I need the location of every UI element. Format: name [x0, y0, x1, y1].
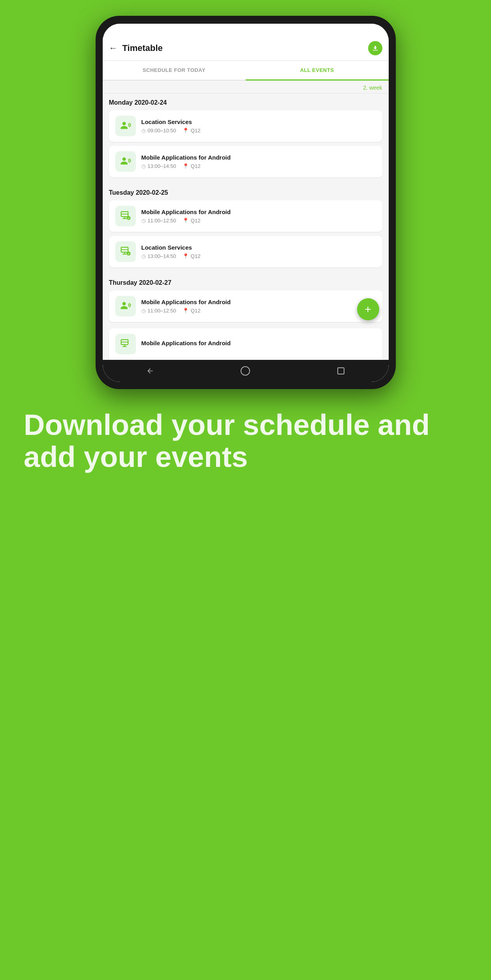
day-tuesday: Tuesday 2020-02-25 ✓ [103, 184, 389, 274]
event-title: Mobile Applications for Android [141, 209, 376, 215]
main-content: 2. week Monday 2020-02-24 [103, 81, 389, 360]
event-icon-board-partial [115, 334, 136, 354]
status-bar [103, 24, 389, 36]
home-circle-icon [241, 366, 250, 376]
event-location: 📍 Q12 [182, 253, 201, 259]
event-info: Mobile Applications for Android ◷ 11:00–… [141, 299, 376, 314]
event-icon-person-speak [115, 151, 136, 172]
event-meta: ◷ 13:00–14:50 📍 Q12 [141, 163, 376, 169]
event-card[interactable]: Mobile Applications for Android ◷ 13:00–… [109, 146, 382, 177]
event-meta: ◷ 11:00–12:50 📍 Q12 [141, 218, 376, 224]
pin-icon: 📍 [182, 253, 189, 259]
event-location: 📍 Q12 [182, 308, 201, 314]
svg-point-14 [122, 302, 126, 305]
day-monday: Monday 2020-02-24 Location [103, 94, 389, 184]
svg-point-0 [122, 122, 126, 125]
event-icon-person-speak [115, 296, 136, 316]
event-icon-board: ✓ [115, 241, 136, 262]
tabs-bar: SCHEDULE FOR TODAY ALL EVENTS [103, 61, 389, 81]
phone-wrapper: ← Timetable SCHEDULE FOR TODAY ALL EVENT… [96, 16, 396, 389]
event-location: 📍 Q12 [182, 163, 201, 169]
day-monday-header: Monday 2020-02-24 [109, 99, 382, 106]
nav-bar [103, 360, 389, 382]
event-time: ◷ 11:00–12:50 [141, 308, 176, 314]
event-meta: ◷ 11:00–12:50 📍 Q12 [141, 308, 376, 314]
event-time: ◷ 13:00–14:50 [141, 163, 176, 169]
event-card[interactable]: ✓ Mobile Applications for Android ◷ 11:0… [109, 200, 382, 232]
event-meta: ◷ 13:00–14:50 📍 Q12 [141, 253, 376, 259]
partial-event-info: Mobile Applications for Android [141, 340, 376, 349]
event-title: Mobile Applications for Android [141, 299, 376, 305]
event-time: ◷ 09:00–10:50 [141, 128, 176, 134]
week-indicator: 2. week [103, 81, 389, 94]
svg-text:✓: ✓ [127, 252, 130, 256]
clock-icon: ◷ [141, 163, 146, 169]
recents-square-icon [337, 367, 344, 374]
day-thursday-header: Thursday 2020-02-27 [109, 279, 382, 286]
pin-icon: 📍 [182, 308, 189, 314]
app-title: Timetable [122, 43, 368, 53]
event-icon-person-speak [115, 116, 136, 136]
download-button[interactable] [368, 41, 382, 55]
event-location: 📍 Q12 [182, 218, 201, 224]
pin-icon: 📍 [182, 163, 189, 169]
pin-icon: 📍 [182, 218, 189, 224]
nav-back-button[interactable] [142, 363, 158, 379]
pin-icon: 📍 [182, 128, 189, 134]
nav-home-button[interactable] [237, 363, 253, 379]
event-location: 📍 Q12 [182, 128, 201, 134]
phone-outer: ← Timetable SCHEDULE FOR TODAY ALL EVENT… [96, 16, 396, 389]
event-time: ◷ 11:00–12:50 [141, 218, 176, 224]
event-icon-board: ✓ [115, 206, 136, 226]
event-info: Mobile Applications for Android ◷ 11:00–… [141, 209, 376, 224]
promo-section: Download your schedule and add your even… [0, 389, 491, 497]
app-bar: ← Timetable [103, 36, 389, 61]
event-info: Mobile Applications for Android ◷ 13:00–… [141, 154, 376, 169]
event-card[interactable]: Location Services ◷ 09:00–10:50 📍 Q12 [109, 110, 382, 142]
back-button[interactable]: ← [109, 43, 118, 53]
event-title: Location Services [141, 244, 376, 251]
tab-schedule-today[interactable]: SCHEDULE FOR TODAY [103, 61, 246, 80]
partial-event-card[interactable]: Mobile Applications for Android [109, 328, 382, 360]
svg-text:✓: ✓ [127, 217, 130, 220]
event-meta: ◷ 09:00–10:50 📍 Q12 [141, 128, 376, 134]
tab-all-events[interactable]: ALL EVENTS [246, 61, 389, 81]
phone-screen: ← Timetable SCHEDULE FOR TODAY ALL EVENT… [103, 24, 389, 382]
clock-icon: ◷ [141, 128, 146, 134]
download-icon [372, 45, 379, 52]
event-info: Location Services ◷ 13:00–14:50 📍 Q12 [141, 244, 376, 259]
event-card[interactable]: ✓ Location Services ◷ 13:00–14:50 [109, 236, 382, 267]
partial-event-title: Mobile Applications for Android [141, 340, 376, 346]
event-info: Location Services ◷ 09:00–10:50 📍 Q12 [141, 119, 376, 134]
day-thursday: Thursday 2020-02-27 Mobile [103, 274, 389, 328]
clock-icon: ◷ [141, 308, 146, 314]
fab-add-button[interactable]: + [357, 298, 379, 320]
promo-text: Download your schedule and add your even… [24, 409, 467, 473]
day-tuesday-header: Tuesday 2020-02-25 [109, 189, 382, 196]
event-card[interactable]: Mobile Applications for Android ◷ 11:00–… [109, 290, 382, 322]
event-title: Mobile Applications for Android [141, 154, 376, 161]
nav-recents-button[interactable] [333, 363, 349, 379]
clock-icon: ◷ [141, 218, 146, 224]
clock-icon: ◷ [141, 253, 146, 259]
event-time: ◷ 13:00–14:50 [141, 253, 176, 259]
event-title: Location Services [141, 119, 376, 125]
svg-point-1 [122, 157, 126, 161]
